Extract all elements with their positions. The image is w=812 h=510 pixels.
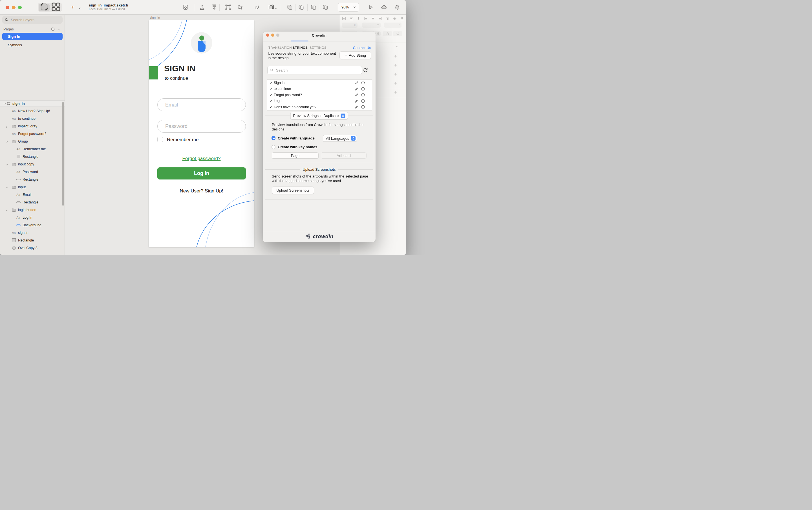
cloud-sync-button[interactable] xyxy=(381,4,387,10)
layer-search-field[interactable] xyxy=(2,16,63,24)
layer-row[interactable]: AaEmail xyxy=(0,191,64,198)
layer-row[interactable]: Rectangle xyxy=(0,153,64,160)
layer-row[interactable]: Background xyxy=(0,221,64,229)
forgot-password-link[interactable]: Forgot password? xyxy=(149,156,254,161)
string-info-icon[interactable] xyxy=(361,93,365,97)
artboard[interactable]: SIGN IN to continue Email Password Remem… xyxy=(149,20,254,247)
move-forward-button[interactable] xyxy=(199,4,205,10)
artboard-button[interactable]: Artboard xyxy=(321,152,367,159)
string-info-icon[interactable] xyxy=(361,81,365,85)
preview-strings-dropdown[interactable]: Preview Strings in Duplicate xyxy=(290,112,348,119)
create-with-language-label[interactable]: Create with language xyxy=(278,136,315,140)
heading-accent-block[interactable] xyxy=(149,66,158,80)
chevron-down-icon[interactable] xyxy=(3,102,6,106)
layer-row[interactable]: login button xyxy=(0,206,64,214)
distribute-vertical-icon[interactable] xyxy=(349,16,353,22)
password-field[interactable]: Password xyxy=(157,120,246,133)
layer-row[interactable]: input xyxy=(0,183,64,191)
flip-vertical-button[interactable] xyxy=(393,31,402,36)
edit-points-button[interactable] xyxy=(237,4,243,10)
component-grid-toggle[interactable] xyxy=(51,4,61,11)
app-logo[interactable] xyxy=(191,32,212,54)
layer-row[interactable]: Rectangle xyxy=(0,236,64,244)
canvas-view-toggle[interactable] xyxy=(39,4,50,11)
add-string-button[interactable]: + Add String xyxy=(340,51,371,59)
create-with-language-radio[interactable] xyxy=(271,136,276,140)
log-in-button[interactable]: Log In xyxy=(157,168,246,179)
string-search-input[interactable] xyxy=(276,68,352,73)
layer-row[interactable]: Oval Copy 3 xyxy=(0,244,64,251)
tab-strings[interactable]: STRINGS xyxy=(293,46,308,49)
all-languages-dropdown[interactable]: All Languages xyxy=(323,135,357,142)
close-window-button[interactable] xyxy=(6,6,9,9)
page-button[interactable]: Page xyxy=(272,152,319,159)
align-center-h-icon[interactable] xyxy=(371,16,375,22)
zoom-level-dropdown[interactable]: 90% xyxy=(338,3,359,11)
contact-us-link[interactable]: Contact Us xyxy=(353,46,371,50)
pages-collapse-chevron-icon[interactable] xyxy=(57,28,61,32)
chevron-down-icon[interactable] xyxy=(5,140,8,143)
notifications-bell-button[interactable] xyxy=(394,4,400,10)
add-style-button[interactable]: + xyxy=(394,81,397,86)
string-row[interactable]: ✓to continue xyxy=(267,86,372,92)
layer-row[interactable]: Aasign-in xyxy=(0,229,64,236)
edit-string-pencil-icon[interactable] xyxy=(354,99,359,103)
layer-row[interactable]: AaForgot password? xyxy=(0,130,64,138)
layer-row[interactable]: AaNew User? Sign Up! xyxy=(0,107,64,115)
strings-scrollbar-track[interactable] xyxy=(368,80,368,111)
intersect-button[interactable] xyxy=(311,4,317,10)
layer-row[interactable]: Rectangle xyxy=(0,176,64,183)
align-right-icon[interactable] xyxy=(378,16,383,22)
chevron-down-icon[interactable] xyxy=(274,6,278,9)
signin-heading[interactable]: SIGN IN xyxy=(164,64,195,73)
sign-up-text[interactable]: New User? Sign Up! xyxy=(149,188,254,194)
rotate-button[interactable] xyxy=(254,4,260,10)
chevron-down-icon[interactable] xyxy=(5,185,8,189)
layer-row[interactable]: AaLog In xyxy=(0,214,64,221)
layer-row[interactable]: Group xyxy=(0,138,64,145)
rotation-field[interactable]: ° xyxy=(384,23,402,28)
remember-me-checkbox[interactable] xyxy=(157,137,163,142)
edit-string-pencil-icon[interactable] xyxy=(354,105,359,109)
align-left-icon[interactable] xyxy=(364,16,368,22)
zoom-window-button[interactable] xyxy=(18,6,22,9)
union-button[interactable] xyxy=(287,4,293,10)
edit-string-pencil-icon[interactable] xyxy=(354,93,359,97)
create-with-key-names-radio[interactable] xyxy=(271,145,276,149)
add-style-button[interactable]: + xyxy=(394,63,397,68)
group-button[interactable] xyxy=(225,4,231,10)
layer-row[interactable]: Aato-continue xyxy=(0,115,64,122)
layer-row[interactable]: Rectangle xyxy=(0,198,64,206)
align-bottom-icon[interactable] xyxy=(400,16,404,22)
add-style-button[interactable]: + xyxy=(394,90,397,95)
create-with-key-names-label[interactable]: Create with key names xyxy=(278,145,317,149)
upload-screenshots-button[interactable]: Upload Screenshots xyxy=(272,186,314,194)
symbol-button[interactable] xyxy=(182,4,188,10)
resize-button[interactable] xyxy=(268,4,274,10)
layer-row[interactable]: impact_gray xyxy=(0,122,64,130)
layer-row[interactable]: AaRemember me xyxy=(0,145,64,153)
refresh-strings-button[interactable] xyxy=(362,67,368,73)
string-row[interactable]: ✓Sign in xyxy=(267,80,372,86)
add-page-button[interactable] xyxy=(51,27,55,31)
align-middle-v-icon[interactable] xyxy=(393,16,397,22)
string-row[interactable]: ✓Log In xyxy=(267,98,372,104)
x-position-field[interactable]: X xyxy=(342,23,357,28)
tab-settings[interactable]: SETTINGS xyxy=(310,46,326,49)
flip-horizontal-button[interactable] xyxy=(383,31,392,36)
layer-row[interactable]: input copy xyxy=(0,160,64,168)
string-info-icon[interactable] xyxy=(361,99,365,103)
email-field[interactable]: Email xyxy=(157,98,246,111)
string-row[interactable]: ✓Don’t have an account yet? xyxy=(267,104,372,110)
distribute-horizontal-icon[interactable] xyxy=(342,16,346,22)
difference-button[interactable] xyxy=(322,4,328,10)
edit-string-pencil-icon[interactable] xyxy=(354,81,359,85)
add-style-button[interactable]: + xyxy=(394,54,397,59)
insert-button[interactable]: + xyxy=(71,4,75,10)
string-info-icon[interactable] xyxy=(361,87,365,91)
chevron-down-icon[interactable] xyxy=(5,208,8,212)
layer-row[interactable]: AaPassword xyxy=(0,168,64,176)
tab-translation[interactable]: TRANSLATION xyxy=(268,46,292,49)
section-collapse-chevron-icon[interactable] xyxy=(395,45,399,49)
artboard-canvas-label[interactable]: sign_in xyxy=(150,16,160,19)
